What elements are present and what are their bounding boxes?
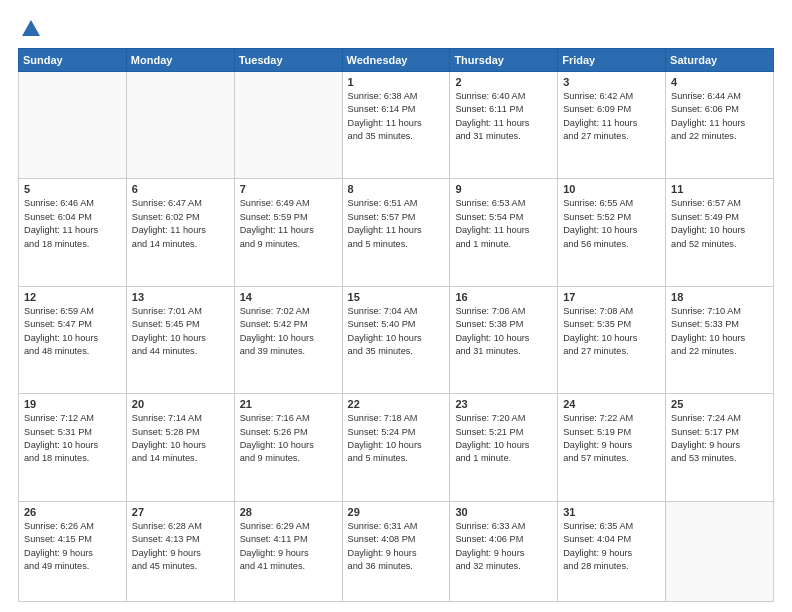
day-info: Sunrise: 7:14 AM Sunset: 5:28 PM Dayligh… xyxy=(132,412,229,465)
calendar-cell: 16Sunrise: 7:06 AM Sunset: 5:38 PM Dayli… xyxy=(450,286,558,393)
calendar-cell: 20Sunrise: 7:14 AM Sunset: 5:28 PM Dayli… xyxy=(126,394,234,501)
day-info: Sunrise: 6:47 AM Sunset: 6:02 PM Dayligh… xyxy=(132,197,229,250)
calendar-cell: 3Sunrise: 6:42 AM Sunset: 6:09 PM Daylig… xyxy=(558,72,666,179)
calendar-cell: 17Sunrise: 7:08 AM Sunset: 5:35 PM Dayli… xyxy=(558,286,666,393)
day-info: Sunrise: 6:44 AM Sunset: 6:06 PM Dayligh… xyxy=(671,90,768,143)
calendar-cell: 2Sunrise: 6:40 AM Sunset: 6:11 PM Daylig… xyxy=(450,72,558,179)
calendar-week-3: 12Sunrise: 6:59 AM Sunset: 5:47 PM Dayli… xyxy=(19,286,774,393)
calendar-cell: 10Sunrise: 6:55 AM Sunset: 5:52 PM Dayli… xyxy=(558,179,666,286)
calendar-week-4: 19Sunrise: 7:12 AM Sunset: 5:31 PM Dayli… xyxy=(19,394,774,501)
calendar-cell xyxy=(234,72,342,179)
day-number: 30 xyxy=(455,506,552,518)
day-info: Sunrise: 7:08 AM Sunset: 5:35 PM Dayligh… xyxy=(563,305,660,358)
calendar-cell: 7Sunrise: 6:49 AM Sunset: 5:59 PM Daylig… xyxy=(234,179,342,286)
day-number: 12 xyxy=(24,291,121,303)
day-number: 25 xyxy=(671,398,768,410)
calendar-cell xyxy=(666,501,774,601)
day-number: 11 xyxy=(671,183,768,195)
calendar-cell: 11Sunrise: 6:57 AM Sunset: 5:49 PM Dayli… xyxy=(666,179,774,286)
day-number: 1 xyxy=(348,76,445,88)
day-number: 26 xyxy=(24,506,121,518)
day-number: 13 xyxy=(132,291,229,303)
day-info: Sunrise: 6:35 AM Sunset: 4:04 PM Dayligh… xyxy=(563,520,660,573)
calendar-cell: 29Sunrise: 6:31 AM Sunset: 4:08 PM Dayli… xyxy=(342,501,450,601)
calendar-cell: 1Sunrise: 6:38 AM Sunset: 6:14 PM Daylig… xyxy=(342,72,450,179)
day-number: 6 xyxy=(132,183,229,195)
day-info: Sunrise: 6:31 AM Sunset: 4:08 PM Dayligh… xyxy=(348,520,445,573)
day-info: Sunrise: 6:38 AM Sunset: 6:14 PM Dayligh… xyxy=(348,90,445,143)
weekday-header-saturday: Saturday xyxy=(666,49,774,72)
day-number: 21 xyxy=(240,398,337,410)
calendar-cell: 15Sunrise: 7:04 AM Sunset: 5:40 PM Dayli… xyxy=(342,286,450,393)
calendar-cell: 31Sunrise: 6:35 AM Sunset: 4:04 PM Dayli… xyxy=(558,501,666,601)
day-number: 27 xyxy=(132,506,229,518)
day-number: 22 xyxy=(348,398,445,410)
day-number: 4 xyxy=(671,76,768,88)
calendar-cell: 22Sunrise: 7:18 AM Sunset: 5:24 PM Dayli… xyxy=(342,394,450,501)
weekday-header-friday: Friday xyxy=(558,49,666,72)
calendar-week-1: 1Sunrise: 6:38 AM Sunset: 6:14 PM Daylig… xyxy=(19,72,774,179)
calendar-cell: 26Sunrise: 6:26 AM Sunset: 4:15 PM Dayli… xyxy=(19,501,127,601)
calendar-cell: 18Sunrise: 7:10 AM Sunset: 5:33 PM Dayli… xyxy=(666,286,774,393)
weekday-header-monday: Monday xyxy=(126,49,234,72)
day-number: 28 xyxy=(240,506,337,518)
logo xyxy=(18,18,42,40)
day-info: Sunrise: 7:18 AM Sunset: 5:24 PM Dayligh… xyxy=(348,412,445,465)
day-number: 7 xyxy=(240,183,337,195)
day-info: Sunrise: 7:16 AM Sunset: 5:26 PM Dayligh… xyxy=(240,412,337,465)
weekday-header-sunday: Sunday xyxy=(19,49,127,72)
calendar-cell: 5Sunrise: 6:46 AM Sunset: 6:04 PM Daylig… xyxy=(19,179,127,286)
calendar-week-2: 5Sunrise: 6:46 AM Sunset: 6:04 PM Daylig… xyxy=(19,179,774,286)
calendar-week-5: 26Sunrise: 6:26 AM Sunset: 4:15 PM Dayli… xyxy=(19,501,774,601)
day-info: Sunrise: 6:42 AM Sunset: 6:09 PM Dayligh… xyxy=(563,90,660,143)
day-number: 16 xyxy=(455,291,552,303)
svg-marker-0 xyxy=(22,20,40,36)
day-number: 5 xyxy=(24,183,121,195)
weekday-header-tuesday: Tuesday xyxy=(234,49,342,72)
day-info: Sunrise: 6:57 AM Sunset: 5:49 PM Dayligh… xyxy=(671,197,768,250)
calendar-cell: 8Sunrise: 6:51 AM Sunset: 5:57 PM Daylig… xyxy=(342,179,450,286)
calendar-cell: 24Sunrise: 7:22 AM Sunset: 5:19 PM Dayli… xyxy=(558,394,666,501)
page: SundayMondayTuesdayWednesdayThursdayFrid… xyxy=(0,0,792,612)
day-number: 8 xyxy=(348,183,445,195)
day-info: Sunrise: 7:04 AM Sunset: 5:40 PM Dayligh… xyxy=(348,305,445,358)
calendar-cell: 13Sunrise: 7:01 AM Sunset: 5:45 PM Dayli… xyxy=(126,286,234,393)
day-info: Sunrise: 6:26 AM Sunset: 4:15 PM Dayligh… xyxy=(24,520,121,573)
calendar-cell: 21Sunrise: 7:16 AM Sunset: 5:26 PM Dayli… xyxy=(234,394,342,501)
day-info: Sunrise: 6:59 AM Sunset: 5:47 PM Dayligh… xyxy=(24,305,121,358)
weekday-header-row: SundayMondayTuesdayWednesdayThursdayFrid… xyxy=(19,49,774,72)
day-info: Sunrise: 7:24 AM Sunset: 5:17 PM Dayligh… xyxy=(671,412,768,465)
day-number: 23 xyxy=(455,398,552,410)
day-info: Sunrise: 6:40 AM Sunset: 6:11 PM Dayligh… xyxy=(455,90,552,143)
day-info: Sunrise: 7:06 AM Sunset: 5:38 PM Dayligh… xyxy=(455,305,552,358)
day-info: Sunrise: 7:22 AM Sunset: 5:19 PM Dayligh… xyxy=(563,412,660,465)
day-number: 15 xyxy=(348,291,445,303)
weekday-header-thursday: Thursday xyxy=(450,49,558,72)
day-info: Sunrise: 6:49 AM Sunset: 5:59 PM Dayligh… xyxy=(240,197,337,250)
day-info: Sunrise: 6:33 AM Sunset: 4:06 PM Dayligh… xyxy=(455,520,552,573)
day-number: 3 xyxy=(563,76,660,88)
day-info: Sunrise: 6:53 AM Sunset: 5:54 PM Dayligh… xyxy=(455,197,552,250)
day-info: Sunrise: 6:51 AM Sunset: 5:57 PM Dayligh… xyxy=(348,197,445,250)
day-number: 14 xyxy=(240,291,337,303)
day-number: 31 xyxy=(563,506,660,518)
weekday-header-wednesday: Wednesday xyxy=(342,49,450,72)
calendar-cell: 14Sunrise: 7:02 AM Sunset: 5:42 PM Dayli… xyxy=(234,286,342,393)
calendar-cell: 9Sunrise: 6:53 AM Sunset: 5:54 PM Daylig… xyxy=(450,179,558,286)
day-info: Sunrise: 6:46 AM Sunset: 6:04 PM Dayligh… xyxy=(24,197,121,250)
calendar-table: SundayMondayTuesdayWednesdayThursdayFrid… xyxy=(18,48,774,602)
day-number: 10 xyxy=(563,183,660,195)
calendar-cell: 6Sunrise: 6:47 AM Sunset: 6:02 PM Daylig… xyxy=(126,179,234,286)
header xyxy=(18,18,774,40)
day-info: Sunrise: 7:10 AM Sunset: 5:33 PM Dayligh… xyxy=(671,305,768,358)
logo-icon xyxy=(20,18,42,40)
day-number: 17 xyxy=(563,291,660,303)
day-number: 20 xyxy=(132,398,229,410)
calendar-cell: 27Sunrise: 6:28 AM Sunset: 4:13 PM Dayli… xyxy=(126,501,234,601)
calendar-cell: 30Sunrise: 6:33 AM Sunset: 4:06 PM Dayli… xyxy=(450,501,558,601)
day-info: Sunrise: 6:55 AM Sunset: 5:52 PM Dayligh… xyxy=(563,197,660,250)
day-number: 29 xyxy=(348,506,445,518)
day-info: Sunrise: 7:20 AM Sunset: 5:21 PM Dayligh… xyxy=(455,412,552,465)
calendar-cell xyxy=(126,72,234,179)
calendar-cell: 25Sunrise: 7:24 AM Sunset: 5:17 PM Dayli… xyxy=(666,394,774,501)
